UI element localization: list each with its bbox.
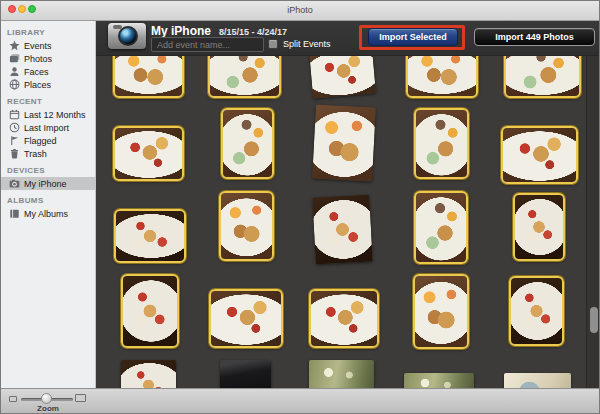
- photo-thumbnail[interactable]: [208, 56, 281, 98]
- sidebar-item-trash[interactable]: Trash: [1, 147, 95, 160]
- photos-icon: [9, 53, 20, 64]
- sidebar-section-header: DEVICES: [7, 166, 95, 175]
- photo-thumbnail[interactable]: [504, 56, 581, 98]
- album-icon: [9, 208, 20, 219]
- sidebar-item-photos[interactable]: Photos: [1, 52, 95, 65]
- sidebar-item-label: My Albums: [24, 209, 68, 219]
- zoom-out-photo-icon: [9, 396, 17, 402]
- sidebar-item-last-12-months[interactable]: Last 12 Months: [1, 108, 95, 121]
- photo-thumbnail[interactable]: [509, 276, 564, 346]
- sidebar-section-recent: RECENTLast 12 MonthsLast ImportFlaggedTr…: [1, 97, 95, 160]
- titlebar: iPhoto: [1, 1, 599, 21]
- sidebar-item-label: Faces: [24, 67, 49, 77]
- photo-thumbnail[interactable]: [114, 209, 186, 263]
- photo-thumbnail[interactable]: [209, 289, 283, 348]
- sidebar-section-library: LIBRARYEventsPhotosFacesPlaces: [1, 28, 95, 91]
- zoom-in-photo-icon: [75, 394, 86, 402]
- photo-thumbnail[interactable]: [121, 360, 176, 390]
- photo-thumbnail[interactable]: [501, 126, 578, 184]
- sidebar-item-faces[interactable]: Faces: [1, 65, 95, 78]
- import-all-button[interactable]: Import 449 Photos: [474, 28, 595, 46]
- photo-thumbnail[interactable]: [309, 360, 374, 390]
- events-icon: [9, 40, 20, 51]
- sidebar-item-places[interactable]: Places: [1, 78, 95, 91]
- flag-icon: [9, 135, 20, 146]
- photo-thumbnail[interactable]: [219, 191, 274, 261]
- sidebar-section-header: RECENT: [7, 97, 95, 106]
- camera-icon: [108, 23, 146, 49]
- sidebar-item-label: Events: [24, 41, 52, 51]
- photo-thumbnail[interactable]: [414, 191, 468, 264]
- sidebar-item-last-import[interactable]: Last Import: [1, 121, 95, 134]
- date-range: 8/15/15 - 4/24/17: [219, 27, 287, 37]
- camera-lens: [118, 26, 138, 46]
- sidebar-item-my-albums[interactable]: My Albums: [1, 207, 95, 220]
- clock-icon: [9, 122, 20, 133]
- photo-thumbnail[interactable]: [414, 108, 469, 179]
- photo-thumbnail[interactable]: [312, 195, 372, 265]
- photo-thumbnail[interactable]: [113, 126, 184, 181]
- device-title: My iPhone: [151, 24, 211, 38]
- photo-thumbnail[interactable]: [312, 104, 376, 181]
- main-area: My iPhone 8/15/15 - 4/24/17 Split Events…: [96, 21, 599, 388]
- sidebar-sections: LIBRARYEventsPhotosFacesPlacesRECENTLast…: [1, 28, 95, 220]
- sidebar-item-label: Trash: [24, 149, 47, 159]
- sidebar-item-label: Places: [24, 80, 51, 90]
- photo-thumbnail[interactable]: [406, 56, 478, 98]
- sidebar-item-label: Last 12 Months: [24, 110, 86, 120]
- sidebar: LIBRARYEventsPhotosFacesPlacesRECENTLast…: [1, 21, 96, 388]
- photo-thumbnail[interactable]: [513, 193, 565, 261]
- photo-thumbnail[interactable]: [309, 56, 376, 99]
- sidebar-item-events[interactable]: Events: [1, 39, 95, 52]
- bottom-toolbar: Zoom: [1, 388, 599, 413]
- zoom-slider-thumb[interactable]: [41, 393, 52, 404]
- sidebar-item-my-iphone[interactable]: My iPhone: [1, 177, 95, 190]
- iphoto-window: iPhoto LIBRARYEventsPhotosFacesPlacesREC…: [0, 0, 600, 414]
- faces-icon: [9, 66, 20, 77]
- places-icon: [9, 79, 20, 90]
- split-events-label: Split Events: [283, 39, 331, 49]
- sidebar-item-label: My iPhone: [24, 179, 67, 189]
- sidebar-item-label: Last Import: [24, 123, 69, 133]
- event-name-input[interactable]: [151, 37, 264, 52]
- trash-icon: [9, 148, 20, 159]
- sidebar-item-label: Flagged: [24, 136, 57, 146]
- device-camera-icon: [9, 178, 20, 189]
- sidebar-section-header: LIBRARY: [7, 28, 95, 37]
- sidebar-section-albums: ALBUMSMy Albums: [1, 196, 95, 220]
- sidebar-item-label: Photos: [24, 54, 52, 64]
- sidebar-section-header: ALBUMS: [7, 196, 95, 205]
- import-selected-button[interactable]: Import Selected: [368, 28, 458, 46]
- photo-thumbnail[interactable]: [413, 274, 469, 349]
- photo-thumbnail[interactable]: [113, 56, 184, 98]
- calendar-icon: [9, 109, 20, 120]
- photo-thumbnail[interactable]: [309, 289, 379, 348]
- split-events-checkbox[interactable]: [268, 39, 278, 49]
- window-title: iPhoto: [1, 5, 599, 15]
- photo-thumbnail[interactable]: [220, 360, 271, 390]
- scrollbar-track[interactable]: [586, 56, 600, 390]
- photo-thumbnail[interactable]: [221, 108, 274, 179]
- photo-thumbnail[interactable]: [121, 274, 179, 348]
- sidebar-section-devices: DEVICESMy iPhone: [1, 166, 95, 190]
- sidebar-item-flagged[interactable]: Flagged: [1, 134, 95, 147]
- device-header: My iPhone 8/15/15 - 4/24/17 Split Events…: [96, 21, 599, 56]
- photo-grid: [96, 56, 586, 390]
- scrollbar-thumb[interactable]: [590, 307, 598, 333]
- zoom-label: Zoom: [23, 404, 73, 413]
